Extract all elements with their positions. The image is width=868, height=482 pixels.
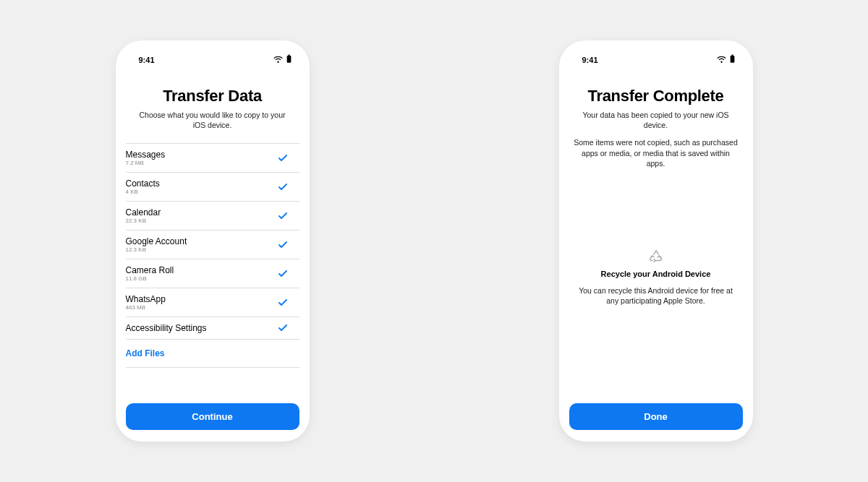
page-subtitle: Choose what you would like to copy to yo…: [126, 110, 299, 130]
page-subtitle-note: Some items were not copied, such as purc…: [569, 137, 743, 168]
checkmark-icon: [278, 240, 288, 250]
item-label: WhatsApp: [126, 294, 166, 304]
checkmark-icon: [278, 211, 288, 221]
phone-transfer-data: 9:41 Transfer Data Choose what you would…: [116, 40, 310, 442]
recycle-icon: [574, 248, 739, 264]
list-item-camera-roll[interactable]: Camera Roll 11.8 GB: [126, 259, 299, 288]
item-label: Accessibility Settings: [126, 323, 207, 333]
recycle-title: Recycle your Android Device: [574, 270, 739, 278]
wifi-icon: [717, 53, 726, 66]
transfer-item-list: Messages 7.2 MB Contacts 4 KB Calendar 2…: [126, 143, 299, 368]
checkmark-icon: [278, 323, 288, 333]
item-label: Camera Roll: [126, 265, 174, 275]
continue-button[interactable]: Continue: [126, 403, 299, 430]
item-label: Contacts: [126, 178, 160, 189]
status-bar: 9:41: [559, 40, 753, 71]
svg-rect-2: [730, 56, 734, 63]
screen-content: Transfer Data Choose what you would like…: [116, 71, 310, 442]
done-button[interactable]: Done: [569, 403, 743, 430]
item-label: Messages: [126, 150, 166, 160]
battery-icon: [729, 53, 736, 66]
list-item-accessibility[interactable]: Accessibility Settings: [126, 317, 299, 340]
recycle-description: You can recycle this Android device for …: [574, 285, 739, 306]
checkmark-icon: [278, 298, 288, 308]
svg-rect-0: [286, 56, 291, 63]
list-item-messages[interactable]: Messages 7.2 MB: [126, 144, 299, 173]
status-bar: 9:41: [116, 40, 310, 71]
page-title: Transfer Data: [126, 87, 299, 106]
wifi-icon: [273, 53, 283, 66]
status-icons: [273, 53, 292, 66]
checkmark-icon: [278, 182, 288, 192]
list-item-contacts[interactable]: Contacts 4 KB: [126, 173, 299, 202]
list-item-google-account[interactable]: Google Account 12.3 KB: [126, 231, 299, 259]
list-item-calendar[interactable]: Calendar 22.3 KB: [126, 202, 299, 231]
phone-transfer-complete: 9:41 Transfer Complete Your data has bee…: [559, 40, 753, 442]
item-size: 7.2 MB: [126, 160, 166, 166]
status-time: 9:41: [582, 56, 598, 64]
item-size: 4 KB: [126, 189, 160, 195]
battery-icon: [286, 53, 292, 66]
item-size: 11.8 GB: [126, 275, 174, 282]
item-size: 22.3 KB: [126, 218, 161, 224]
item-size: 463 MB: [126, 304, 166, 311]
status-time: 9:41: [139, 56, 155, 64]
item-label: Google Account: [126, 236, 187, 246]
list-item-whatsapp[interactable]: WhatsApp 463 MB: [126, 288, 299, 317]
add-files-button[interactable]: Add Files: [126, 340, 299, 368]
checkmark-icon: [278, 153, 288, 163]
page-title: Transfer Complete: [569, 87, 743, 106]
item-size: 12.3 KB: [126, 246, 187, 253]
screen-content: Transfer Complete Your data has been cop…: [559, 71, 753, 442]
recycle-section: Recycle your Android Device You can recy…: [569, 248, 743, 323]
status-icons: [717, 53, 736, 66]
svg-rect-3: [731, 54, 733, 56]
svg-rect-1: [288, 54, 289, 56]
page-subtitle: Your data has been copied to your new iO…: [569, 110, 743, 130]
checkmark-icon: [278, 269, 288, 279]
item-label: Calendar: [126, 207, 161, 218]
